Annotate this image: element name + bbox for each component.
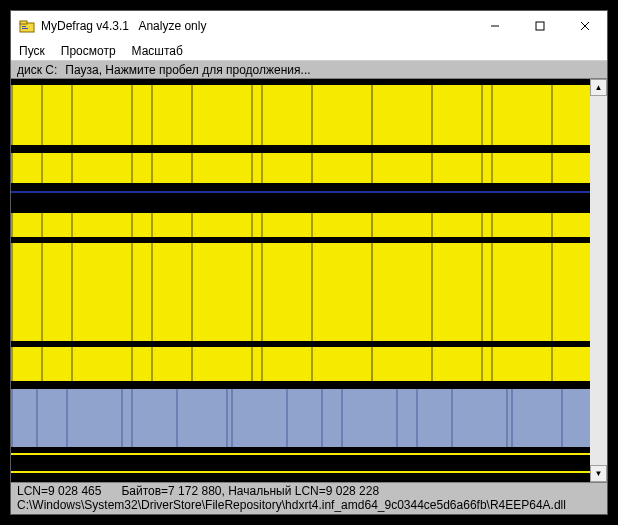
cluster-band xyxy=(11,213,590,237)
status-top: диск C: Пауза, Нажмите пробел для продол… xyxy=(11,61,607,79)
scroll-up-button[interactable]: ▲ xyxy=(590,79,607,96)
cluster-band xyxy=(11,183,590,213)
cluster-band xyxy=(11,243,590,341)
menubar: Пуск Просмотр Масштаб xyxy=(11,41,607,61)
vertical-scrollbar[interactable]: ▲ ▼ xyxy=(590,79,607,482)
menu-zoom[interactable]: Масштаб xyxy=(132,44,183,58)
cluster-band xyxy=(11,145,590,153)
file-path: C:\Windows\System32\DriverStore\FileRepo… xyxy=(17,498,601,512)
cluster-band xyxy=(11,389,590,447)
cluster-band xyxy=(11,85,590,145)
cluster-band xyxy=(11,381,590,389)
cluster-band xyxy=(11,471,590,473)
scroll-down-button[interactable]: ▼ xyxy=(590,465,607,482)
state-text: Пауза, Нажмите пробел для продолжения... xyxy=(65,63,310,77)
svg-rect-1 xyxy=(20,21,27,24)
cluster-info: LCN=9 028 465 Байтов=7 172 880, Начальны… xyxy=(17,484,601,498)
cluster-band xyxy=(11,191,590,193)
maximize-button[interactable] xyxy=(517,11,562,41)
cluster-band xyxy=(11,453,590,455)
close-button[interactable] xyxy=(562,11,607,41)
disk-label: диск C: xyxy=(17,63,57,77)
window-title: MyDefrag v4.3.1 Analyze only xyxy=(41,19,206,33)
titlebar: MyDefrag v4.3.1 Analyze only xyxy=(11,11,607,41)
window-controls xyxy=(472,11,607,41)
menu-view[interactable]: Просмотр xyxy=(61,44,116,58)
svg-rect-3 xyxy=(22,28,28,29)
menu-start[interactable]: Пуск xyxy=(19,44,45,58)
diskmap[interactable] xyxy=(11,79,590,482)
minimize-button[interactable] xyxy=(472,11,517,41)
cluster-band xyxy=(11,153,590,183)
scroll-track[interactable] xyxy=(590,96,607,465)
app-icon xyxy=(19,18,35,34)
app-window: MyDefrag v4.3.1 Analyze only Пуск Просмо… xyxy=(10,10,608,515)
svg-rect-2 xyxy=(22,26,26,27)
diskmap-container: ▲ ▼ xyxy=(11,79,607,482)
status-bottom: LCN=9 028 465 Байтов=7 172 880, Начальны… xyxy=(11,482,607,514)
svg-rect-5 xyxy=(536,22,544,30)
cluster-band xyxy=(11,347,590,381)
